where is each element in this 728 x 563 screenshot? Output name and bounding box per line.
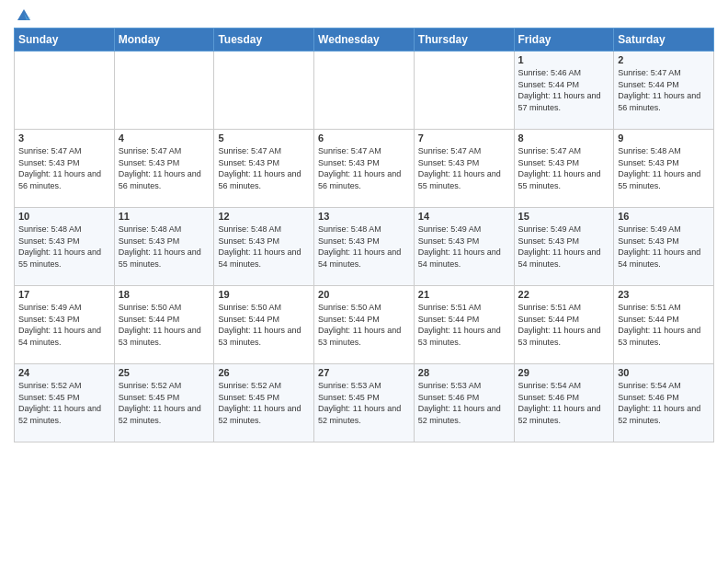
day-number: 30 bbox=[618, 367, 710, 378]
day-info: Sunrise: 5:48 AMSunset: 5:43 PMDaylight:… bbox=[318, 224, 410, 270]
day-info: Sunrise: 5:49 AMSunset: 5:43 PMDaylight:… bbox=[618, 224, 710, 270]
day-number: 5 bbox=[218, 132, 310, 144]
day-number: 26 bbox=[218, 367, 310, 378]
calendar-cell: 9Sunrise: 5:48 AMSunset: 5:43 PMDaylight… bbox=[614, 130, 714, 208]
day-info: Sunrise: 5:51 AMSunset: 5:44 PMDaylight:… bbox=[518, 302, 610, 348]
day-info: Sunrise: 5:52 AMSunset: 5:45 PMDaylight:… bbox=[119, 380, 210, 426]
day-number: 14 bbox=[418, 211, 510, 222]
day-info: Sunrise: 5:49 AMSunset: 5:43 PMDaylight:… bbox=[518, 224, 610, 270]
calendar-cell bbox=[314, 52, 415, 130]
calendar-cell: 23Sunrise: 5:51 AMSunset: 5:44 PMDayligh… bbox=[614, 286, 714, 364]
day-number: 25 bbox=[119, 367, 210, 378]
header-monday: Monday bbox=[114, 29, 214, 52]
day-info: Sunrise: 5:47 AMSunset: 5:43 PMDaylight:… bbox=[119, 145, 210, 191]
calendar-cell: 27Sunrise: 5:53 AMSunset: 5:45 PMDayligh… bbox=[314, 364, 415, 442]
calendar-cell: 30Sunrise: 5:54 AMSunset: 5:46 PMDayligh… bbox=[614, 364, 714, 442]
day-info: Sunrise: 5:48 AMSunset: 5:43 PMDaylight:… bbox=[119, 224, 210, 270]
day-info: Sunrise: 5:50 AMSunset: 5:44 PMDaylight:… bbox=[318, 302, 410, 348]
day-info: Sunrise: 5:47 AMSunset: 5:43 PMDaylight:… bbox=[318, 145, 410, 191]
calendar-cell: 11Sunrise: 5:48 AMSunset: 5:43 PMDayligh… bbox=[114, 208, 214, 286]
day-number: 10 bbox=[18, 211, 110, 222]
day-info: Sunrise: 5:52 AMSunset: 5:45 PMDaylight:… bbox=[218, 380, 310, 426]
week-row-1: 1Sunrise: 5:46 AMSunset: 5:44 PMDaylight… bbox=[15, 52, 714, 130]
calendar-cell: 15Sunrise: 5:49 AMSunset: 5:43 PMDayligh… bbox=[514, 208, 614, 286]
day-number: 22 bbox=[518, 289, 610, 300]
week-row-5: 24Sunrise: 5:52 AMSunset: 5:45 PMDayligh… bbox=[15, 364, 714, 442]
calendar-cell: 16Sunrise: 5:49 AMSunset: 5:43 PMDayligh… bbox=[614, 208, 714, 286]
calendar-cell: 19Sunrise: 5:50 AMSunset: 5:44 PMDayligh… bbox=[214, 286, 314, 364]
calendar-cell: 2Sunrise: 5:47 AMSunset: 5:44 PMDaylight… bbox=[614, 52, 714, 130]
day-number: 2 bbox=[618, 54, 710, 65]
day-number: 24 bbox=[18, 367, 110, 378]
calendar-header-row: SundayMondayTuesdayWednesdayThursdayFrid… bbox=[15, 29, 714, 52]
day-info: Sunrise: 5:46 AMSunset: 5:44 PMDaylight:… bbox=[518, 67, 610, 113]
calendar-cell bbox=[214, 52, 314, 130]
header-wednesday: Wednesday bbox=[314, 29, 415, 52]
day-number: 11 bbox=[119, 211, 210, 222]
day-number: 27 bbox=[318, 367, 410, 378]
day-number: 20 bbox=[318, 289, 410, 300]
calendar-table: SundayMondayTuesdayWednesdayThursdayFrid… bbox=[14, 28, 714, 442]
day-info: Sunrise: 5:48 AMSunset: 5:43 PMDaylight:… bbox=[18, 224, 110, 270]
header-friday: Friday bbox=[514, 29, 614, 52]
calendar-cell: 13Sunrise: 5:48 AMSunset: 5:43 PMDayligh… bbox=[314, 208, 415, 286]
day-info: Sunrise: 5:47 AMSunset: 5:43 PMDaylight:… bbox=[18, 145, 110, 191]
calendar-cell: 6Sunrise: 5:47 AMSunset: 5:43 PMDaylight… bbox=[314, 130, 415, 208]
day-number: 23 bbox=[618, 289, 710, 300]
day-number: 12 bbox=[218, 211, 310, 222]
day-number: 9 bbox=[618, 132, 710, 144]
week-row-4: 17Sunrise: 5:49 AMSunset: 5:43 PMDayligh… bbox=[15, 286, 714, 364]
day-info: Sunrise: 5:50 AMSunset: 5:44 PMDaylight:… bbox=[218, 302, 310, 348]
day-number: 19 bbox=[218, 289, 310, 300]
calendar-cell: 22Sunrise: 5:51 AMSunset: 5:44 PMDayligh… bbox=[514, 286, 614, 364]
day-info: Sunrise: 5:47 AMSunset: 5:43 PMDaylight:… bbox=[218, 145, 310, 191]
header-tuesday: Tuesday bbox=[214, 29, 314, 52]
calendar-cell: 18Sunrise: 5:50 AMSunset: 5:44 PMDayligh… bbox=[114, 286, 214, 364]
day-info: Sunrise: 5:47 AMSunset: 5:44 PMDaylight:… bbox=[618, 67, 710, 113]
day-info: Sunrise: 5:54 AMSunset: 5:46 PMDaylight:… bbox=[518, 380, 610, 426]
day-info: Sunrise: 5:50 AMSunset: 5:44 PMDaylight:… bbox=[119, 302, 210, 348]
day-info: Sunrise: 5:51 AMSunset: 5:44 PMDaylight:… bbox=[618, 302, 710, 348]
day-number: 29 bbox=[518, 367, 610, 378]
calendar-cell bbox=[114, 52, 214, 130]
day-info: Sunrise: 5:53 AMSunset: 5:46 PMDaylight:… bbox=[418, 380, 510, 426]
calendar-cell: 28Sunrise: 5:53 AMSunset: 5:46 PMDayligh… bbox=[414, 364, 514, 442]
day-number: 13 bbox=[318, 211, 410, 222]
day-info: Sunrise: 5:49 AMSunset: 5:43 PMDaylight:… bbox=[418, 224, 510, 270]
day-info: Sunrise: 5:48 AMSunset: 5:43 PMDaylight:… bbox=[618, 145, 710, 191]
day-number: 8 bbox=[518, 132, 610, 144]
day-info: Sunrise: 5:47 AMSunset: 5:43 PMDaylight:… bbox=[518, 145, 610, 191]
day-info: Sunrise: 5:47 AMSunset: 5:43 PMDaylight:… bbox=[418, 145, 510, 191]
day-info: Sunrise: 5:51 AMSunset: 5:44 PMDaylight:… bbox=[418, 302, 510, 348]
day-number: 15 bbox=[518, 211, 610, 222]
calendar-cell: 4Sunrise: 5:47 AMSunset: 5:43 PMDaylight… bbox=[114, 130, 214, 208]
calendar-cell: 26Sunrise: 5:52 AMSunset: 5:45 PMDayligh… bbox=[214, 364, 314, 442]
day-number: 7 bbox=[418, 132, 510, 144]
logo-icon bbox=[16, 7, 32, 24]
day-info: Sunrise: 5:49 AMSunset: 5:43 PMDaylight:… bbox=[18, 302, 110, 348]
day-info: Sunrise: 5:53 AMSunset: 5:45 PMDaylight:… bbox=[318, 380, 410, 426]
day-info: Sunrise: 5:54 AMSunset: 5:46 PMDaylight:… bbox=[618, 380, 710, 426]
day-info: Sunrise: 5:48 AMSunset: 5:43 PMDaylight:… bbox=[218, 224, 310, 270]
day-number: 1 bbox=[518, 54, 610, 65]
calendar-cell bbox=[414, 52, 514, 130]
header-thursday: Thursday bbox=[414, 29, 514, 52]
day-number: 3 bbox=[18, 132, 110, 144]
week-row-2: 3Sunrise: 5:47 AMSunset: 5:43 PMDaylight… bbox=[15, 130, 714, 208]
calendar-cell: 21Sunrise: 5:51 AMSunset: 5:44 PMDayligh… bbox=[414, 286, 514, 364]
header-saturday: Saturday bbox=[614, 29, 714, 52]
calendar-cell: 17Sunrise: 5:49 AMSunset: 5:43 PMDayligh… bbox=[15, 286, 115, 364]
calendar-cell: 12Sunrise: 5:48 AMSunset: 5:43 PMDayligh… bbox=[214, 208, 314, 286]
calendar-cell: 7Sunrise: 5:47 AMSunset: 5:43 PMDaylight… bbox=[414, 130, 514, 208]
calendar-cell: 14Sunrise: 5:49 AMSunset: 5:43 PMDayligh… bbox=[414, 208, 514, 286]
day-number: 18 bbox=[119, 289, 210, 300]
day-number: 16 bbox=[618, 211, 710, 222]
calendar-cell: 1Sunrise: 5:46 AMSunset: 5:44 PMDaylight… bbox=[514, 52, 614, 130]
day-number: 21 bbox=[418, 289, 510, 300]
calendar-cell: 3Sunrise: 5:47 AMSunset: 5:43 PMDaylight… bbox=[15, 130, 115, 208]
calendar-cell bbox=[15, 52, 115, 130]
calendar-cell: 29Sunrise: 5:54 AMSunset: 5:46 PMDayligh… bbox=[514, 364, 614, 442]
calendar-cell: 5Sunrise: 5:47 AMSunset: 5:43 PMDaylight… bbox=[214, 130, 314, 208]
day-number: 17 bbox=[18, 289, 110, 300]
calendar-cell: 8Sunrise: 5:47 AMSunset: 5:43 PMDaylight… bbox=[514, 130, 614, 208]
